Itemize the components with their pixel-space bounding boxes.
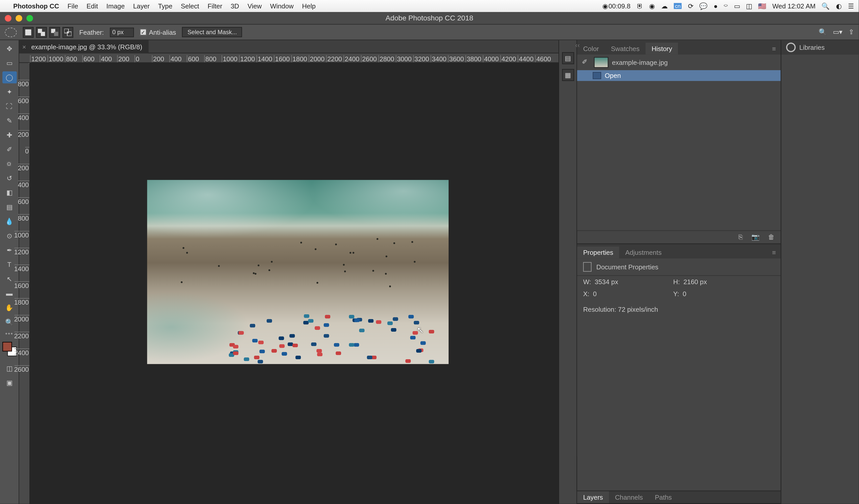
- selection-subtract-icon[interactable]: [49, 27, 60, 37]
- history-state-open[interactable]: Open: [577, 70, 781, 81]
- shield-icon[interactable]: ⛨: [637, 2, 643, 10]
- svg-rect-4: [54, 31, 58, 35]
- app-menu[interactable]: Photoshop CC: [13, 2, 59, 10]
- timer-icon[interactable]: ◉ 00:09.8: [602, 2, 631, 10]
- selection-new-icon[interactable]: [23, 27, 33, 37]
- notification-icon[interactable]: ☰: [848, 2, 854, 10]
- edit-toolbar-icon[interactable]: •••: [5, 330, 14, 337]
- history-brush-tool-icon[interactable]: ↺: [2, 172, 16, 184]
- battery-icon[interactable]: ◫: [746, 2, 752, 10]
- menu-file[interactable]: File: [67, 2, 78, 10]
- document-icon: [583, 262, 592, 272]
- libraries-dock: Libraries: [781, 40, 859, 504]
- selection-intersect-icon[interactable]: [62, 27, 73, 37]
- horizontal-ruler[interactable]: 1200100080060040020002004006008001000120…: [19, 53, 558, 63]
- share-icon[interactable]: ⇪: [848, 28, 854, 36]
- menu-window[interactable]: Window: [270, 2, 294, 10]
- dock-icon-1[interactable]: ▤: [562, 52, 574, 64]
- options-bar: Feather: ✓Anti-alias Select and Mask... …: [0, 24, 859, 40]
- menu-image[interactable]: Image: [106, 2, 125, 10]
- tab-adjustments[interactable]: Adjustments: [619, 247, 667, 258]
- blur-tool-icon[interactable]: 💧: [2, 215, 16, 227]
- history-state-label: Open: [605, 72, 621, 79]
- msg-icon[interactable]: ●: [714, 2, 718, 10]
- tab-swatches[interactable]: Swatches: [605, 43, 646, 54]
- menu-3d[interactable]: 3D: [230, 2, 239, 10]
- brush-tool-icon[interactable]: ✐: [2, 143, 16, 155]
- cc-libraries-icon[interactable]: [786, 43, 796, 52]
- delete-state-icon[interactable]: 🗑: [768, 233, 774, 241]
- tab-channels[interactable]: Channels: [609, 491, 649, 503]
- menu-help[interactable]: Help: [302, 2, 316, 10]
- collapse-left-icon[interactable]: ‹‹: [575, 41, 579, 48]
- clock[interactable]: Wed 12:02 AM: [772, 2, 815, 10]
- tab-layers[interactable]: Layers: [577, 491, 609, 503]
- menu-view[interactable]: View: [247, 2, 262, 10]
- record-icon[interactable]: ◉: [649, 2, 655, 10]
- eyedropper-tool-icon[interactable]: ✎: [2, 115, 16, 127]
- svg-rect-7: [67, 31, 69, 33]
- history-doc-name: example-image.jpg: [612, 59, 668, 66]
- feather-input[interactable]: [110, 27, 134, 37]
- search-icon[interactable]: 🔍: [819, 28, 827, 36]
- spotlight-icon[interactable]: 🔍: [822, 2, 830, 10]
- x-value: 0: [593, 290, 597, 297]
- tab-color[interactable]: Color: [577, 43, 605, 54]
- cn-icon[interactable]: cn: [674, 3, 682, 9]
- tab-history[interactable]: History: [646, 43, 678, 54]
- history-thumbnail[interactable]: [594, 57, 608, 68]
- height-value: 2160 px: [683, 278, 707, 285]
- chat-icon[interactable]: 💬: [699, 2, 708, 10]
- svg-rect-2: [41, 31, 45, 35]
- lasso-tool-icon[interactable]: ◯: [2, 72, 16, 83]
- svg-rect-0: [25, 29, 31, 35]
- menu-filter[interactable]: Filter: [208, 2, 222, 10]
- document-tab[interactable]: × example-image.jpg @ 33.3% (RGB/8): [19, 40, 148, 53]
- menu-edit[interactable]: Edit: [87, 2, 98, 10]
- vertical-ruler[interactable]: 8006004002000200400600800100012001400160…: [19, 63, 30, 504]
- menu-layer[interactable]: Layer: [133, 2, 150, 10]
- libraries-label[interactable]: Libraries: [799, 44, 825, 51]
- dock-icon-2[interactable]: ▦: [562, 69, 574, 81]
- y-label: Y:: [673, 290, 679, 297]
- panel-menu-icon[interactable]: ≡: [767, 247, 781, 258]
- healing-tool-icon[interactable]: ✚: [2, 129, 16, 141]
- history-tabs: Color Swatches History ≡: [577, 40, 781, 54]
- foreground-color-swatch[interactable]: [2, 342, 12, 351]
- history-panel: ✐ example-image.jpg Open: [577, 54, 781, 230]
- properties-panel: Document Properties W:3534 px H:2160 px …: [577, 258, 781, 456]
- select-and-mask-button[interactable]: Select and Mask...: [182, 27, 242, 37]
- sync-icon[interactable]: ⟳: [688, 2, 693, 10]
- magic-wand-tool-icon[interactable]: ✦: [2, 86, 16, 98]
- history-brush-icon[interactable]: ✐: [582, 58, 590, 67]
- eraser-tool-icon[interactable]: ◧: [2, 187, 16, 199]
- menubar-right: ◉ 00:09.8 ⛨ ◉ ☁ cn ⟳ 💬 ● ⌔ ▭ ◫ 🇺🇸 Wed 12…: [602, 2, 854, 10]
- siri-icon[interactable]: ◐: [836, 2, 842, 10]
- menu-type[interactable]: Type: [158, 2, 172, 10]
- stamp-tool-icon[interactable]: ⛭: [2, 158, 16, 170]
- workspace-switcher-icon[interactable]: ▭▾: [833, 28, 843, 36]
- height-label: H:: [673, 278, 680, 285]
- marquee-tool-icon[interactable]: ▭: [2, 57, 16, 69]
- snapshot-icon[interactable]: 📷: [751, 233, 760, 241]
- tab-properties[interactable]: Properties: [577, 247, 619, 258]
- canvas[interactable]: ↖: [30, 63, 558, 504]
- flag-icon[interactable]: 🇺🇸: [758, 2, 766, 10]
- close-tab-icon[interactable]: ×: [22, 43, 26, 50]
- anti-alias-checkbox[interactable]: ✓Anti-alias: [140, 29, 176, 36]
- panel-menu-icon[interactable]: ≡: [767, 43, 781, 54]
- crop-tool-icon[interactable]: ⛶: [2, 100, 16, 112]
- gradient-tool-icon[interactable]: ▤: [2, 201, 16, 213]
- document-area: × example-image.jpg @ 33.3% (RGB/8) 1200…: [19, 40, 558, 504]
- menu-select[interactable]: Select: [181, 2, 199, 10]
- document-image[interactable]: [147, 180, 449, 364]
- current-tool-lasso-icon[interactable]: [5, 27, 17, 37]
- new-doc-from-state-icon[interactable]: ⎘: [739, 233, 743, 241]
- selection-add-icon[interactable]: [36, 27, 47, 37]
- display-icon[interactable]: ▭: [734, 2, 740, 10]
- move-tool-icon[interactable]: ✥: [2, 43, 16, 54]
- panels-area: Color Swatches History ≡ ✐ example-image…: [576, 40, 781, 504]
- cloud-icon[interactable]: ☁: [661, 2, 668, 10]
- tab-paths[interactable]: Paths: [649, 491, 678, 503]
- wifi-icon[interactable]: ⌔: [724, 2, 728, 10]
